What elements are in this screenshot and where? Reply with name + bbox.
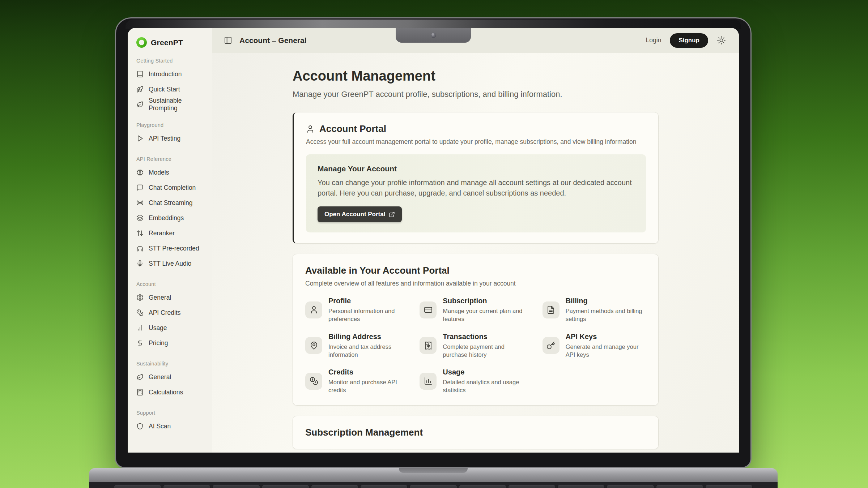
lid-notch (399, 468, 468, 473)
sidebar-section-label: API Reference (136, 156, 205, 162)
sidebar-item-label: Calculations (149, 389, 183, 396)
page-breadcrumb: Account – General (239, 36, 307, 45)
sidebar-item-models[interactable]: Models (136, 165, 205, 180)
coins-icon (136, 309, 144, 316)
book-icon (136, 70, 144, 78)
keyboard-key (509, 485, 555, 488)
sidebar-item-calculations[interactable]: Calculations (136, 385, 205, 400)
sidebar-item-usage[interactable]: Usage (136, 320, 205, 335)
microphone-icon (136, 260, 144, 267)
background: GreenPT Getting StartedIntroductionQuick… (0, 0, 868, 488)
sidebar-section-sustainability: SustainabilityGeneralCalculations (136, 361, 205, 400)
sidebar-section-label: Support (136, 410, 205, 416)
sidebar-item-label: Models (149, 169, 169, 176)
browser-viewport: GreenPT Getting StartedIntroductionQuick… (128, 28, 739, 453)
message-square-icon (136, 184, 144, 191)
sidebar-item-api-credits[interactable]: API Credits (136, 305, 205, 320)
feature-usage: UsageDetailed analytics and usage statis… (420, 368, 531, 394)
sidebar-item-label: Sustainable Prompting (149, 97, 205, 112)
sidebar-item-stt-pre-recorded[interactable]: STT Pre-recorded (136, 241, 205, 256)
topbar: Account – General Login Signup (212, 28, 739, 53)
sidebar-item-label: API Testing (149, 135, 180, 142)
feature-credits: CreditsMonitor and purchase API credits (305, 368, 409, 394)
feature-title: Billing (566, 297, 646, 305)
play-icon (136, 135, 144, 142)
feature-description: Invoice and tax address information (328, 343, 409, 359)
portal-features-card: Available in Your Account Portal Complet… (293, 254, 659, 406)
rocket-icon (136, 86, 144, 93)
feature-description: Personal information and preferences (328, 307, 409, 323)
sidebar-item-introduction[interactable]: Introduction (136, 67, 205, 82)
external-link-icon (389, 211, 395, 218)
account-portal-header: Account Portal (306, 123, 646, 134)
sidebar-item-label: General (149, 373, 171, 381)
leaf-icon (136, 373, 144, 381)
sidebar: GreenPT Getting StartedIntroductionQuick… (128, 28, 212, 453)
sidebar-item-api-testing[interactable]: API Testing (136, 131, 205, 146)
sidebar-item-general[interactable]: General (136, 369, 205, 385)
calculator-icon (136, 389, 144, 396)
sidebar-item-ai-scan[interactable]: AI Scan (136, 419, 205, 434)
cpu-icon (136, 169, 144, 176)
laptop-hinge (89, 468, 778, 482)
user-icon (305, 301, 322, 318)
feature-title: Credits (328, 368, 409, 376)
user-icon (306, 125, 315, 133)
laptop-keyboard (89, 482, 778, 488)
sidebar-item-label: AI Scan (149, 423, 171, 430)
sidebar-section-account: AccountGeneralAPI CreditsUsagePricing (136, 281, 205, 351)
sidebar-item-reranker[interactable]: Reranker (136, 226, 205, 241)
layers-icon (136, 214, 144, 222)
sidebar-item-label: API Credits (149, 309, 181, 317)
arrows-up-down-icon (136, 230, 144, 237)
sidebar-item-quick-start[interactable]: Quick Start (136, 82, 205, 97)
sidebar-toggle-icon[interactable] (224, 36, 232, 44)
open-account-portal-button[interactable]: Open Account Portal (318, 206, 402, 222)
sun-icon[interactable] (717, 36, 726, 45)
feature-billing-address: Billing AddressInvoice and tax address i… (305, 333, 409, 359)
topbar-left: Account – General (224, 36, 307, 45)
subscription-management-title: Subscription Management (305, 427, 646, 438)
map-pin-icon (305, 337, 322, 354)
feature-title: Subscription (443, 297, 529, 305)
subscription-management-card: Subscription Management (293, 416, 659, 449)
laptop-mockup: GreenPT Getting StartedIntroductionQuick… (115, 17, 752, 468)
feature-subscription: SubscriptionManage your current plan and… (420, 297, 531, 323)
keyboard-key (163, 485, 210, 488)
brand-logo[interactable]: GreenPT (136, 37, 205, 48)
keyboard-key (213, 485, 259, 488)
laptop-base (89, 468, 778, 488)
sidebar-item-stt-live-audio[interactable]: STT Live Audio (136, 256, 205, 271)
manage-account-body: You can change your profile information … (318, 177, 634, 198)
feature-description: Monitor and purchase API credits (328, 378, 409, 394)
sidebar-section-label: Account (136, 281, 205, 287)
gear-icon (136, 294, 144, 301)
sidebar-section-support: SupportAI Scan (136, 410, 205, 434)
sidebar-item-label: Introduction (149, 70, 182, 78)
keyboard-row (114, 485, 752, 488)
open-account-portal-label: Open Account Portal (324, 211, 385, 218)
signup-button[interactable]: Signup (670, 33, 708, 48)
sidebar-item-general[interactable]: General (136, 290, 205, 305)
sidebar-item-embeddings[interactable]: Embeddings (136, 210, 205, 226)
bar-chart-icon (136, 324, 144, 331)
feature-api-keys: API KeysGenerate and manage your API key… (542, 333, 646, 359)
feature-title: Transactions (443, 333, 529, 341)
sidebar-section-api-reference: API ReferenceModelsChat CompletionChat S… (136, 156, 205, 271)
sidebar-item-pricing[interactable]: Pricing (136, 335, 205, 351)
sidebar-item-sustainable-prompting[interactable]: Sustainable Prompting (136, 97, 205, 112)
keyboard-key (311, 485, 358, 488)
sidebar-section-label: Sustainability (136, 361, 205, 367)
feature-title: Profile (328, 297, 409, 305)
keyboard-key (459, 485, 506, 488)
sidebar-section-label: Getting Started (136, 58, 205, 64)
camera-notch (396, 28, 471, 43)
account-portal-title: Account Portal (319, 123, 386, 134)
headphones-icon (136, 245, 144, 252)
sidebar-section-getting-started: Getting StartedIntroductionQuick StartSu… (136, 58, 205, 112)
sidebar-item-chat-completion[interactable]: Chat Completion (136, 180, 205, 195)
file-text-icon (542, 301, 559, 318)
login-link[interactable]: Login (646, 37, 661, 44)
green-ring-icon (136, 37, 147, 48)
sidebar-item-chat-streaming[interactable]: Chat Streaming (136, 195, 205, 210)
